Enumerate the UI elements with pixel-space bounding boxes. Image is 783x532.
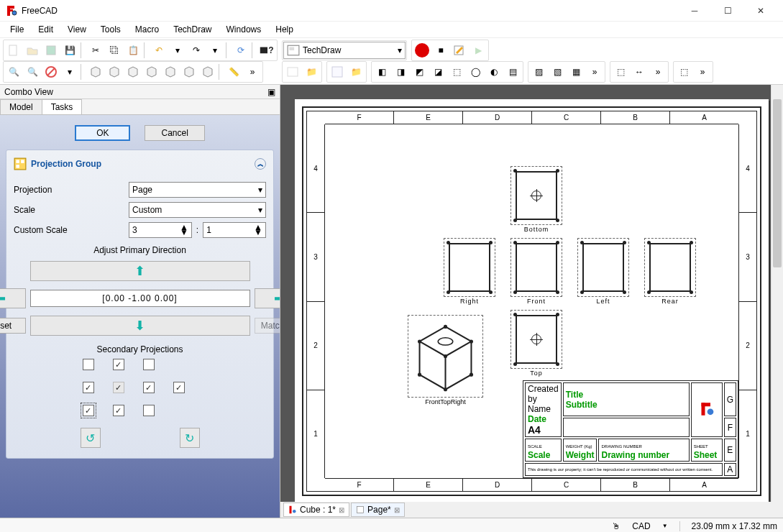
- left-view-icon[interactable]: [198, 63, 217, 81]
- cancel-button[interactable]: Cancel: [145, 125, 204, 141]
- nav-style[interactable]: CAD: [632, 521, 650, 531]
- rotate-cw-button[interactable]: ↻: [180, 428, 200, 448]
- cut-icon[interactable]: ✂: [86, 41, 105, 60]
- open-icon[interactable]: [23, 41, 42, 60]
- scale-select[interactable]: Custom ▾: [129, 202, 266, 218]
- td-dim-2-icon[interactable]: ↔: [630, 63, 649, 81]
- doctab-page[interactable]: Page*⊠: [351, 503, 405, 517]
- dir-down-button[interactable]: ⬇: [30, 316, 250, 336]
- td-hatch-3-icon[interactable]: ▦: [567, 63, 585, 81]
- view-front[interactable]: Front: [510, 238, 562, 297]
- td-tool-5-icon[interactable]: ⬚: [447, 63, 466, 81]
- combo-close-icon[interactable]: ▣: [267, 87, 275, 97]
- proj-check-1-2[interactable]: [143, 382, 155, 393]
- paste-icon[interactable]: 📋: [124, 41, 142, 60]
- minimize-button[interactable]: ─: [678, 0, 711, 22]
- view-right[interactable]: Right: [444, 238, 495, 297]
- menu-tools[interactable]: Tools: [93, 23, 128, 36]
- overflow-4-icon[interactable]: »: [693, 63, 712, 81]
- td-new-page-icon[interactable]: [283, 63, 302, 81]
- td-hatch-2-icon[interactable]: ▧: [548, 63, 567, 81]
- reset-button[interactable]: Reset: [0, 318, 26, 334]
- dir-left-button[interactable]: ⬅: [0, 288, 26, 308]
- menu-file[interactable]: File: [3, 23, 31, 36]
- view-iso[interactable]: FrontTopRight: [408, 315, 483, 398]
- menu-macro[interactable]: Macro: [128, 23, 166, 36]
- proj-check-0-2[interactable]: [143, 359, 155, 370]
- custom-scale-den-spinner[interactable]: 1▲▼: [203, 222, 266, 238]
- rear-view-icon[interactable]: [161, 63, 180, 81]
- menu-view[interactable]: View: [60, 23, 93, 36]
- td-insert-view-icon[interactable]: [328, 63, 347, 81]
- dir-right-button[interactable]: ➡: [255, 288, 280, 308]
- maximize-button[interactable]: ☐: [711, 0, 744, 22]
- td-tool-8-icon[interactable]: ▤: [503, 63, 522, 81]
- menu-help[interactable]: Help: [268, 23, 301, 36]
- custom-scale-num-spinner[interactable]: 3▲▼: [129, 222, 192, 238]
- rotate-ccw-button[interactable]: ↺: [81, 428, 101, 448]
- proj-check-1-0[interactable]: [83, 382, 94, 393]
- whatsthis-icon[interactable]: ⯀?: [257, 41, 276, 60]
- save-icon[interactable]: [42, 41, 60, 60]
- overflow-1-icon[interactable]: »: [243, 63, 262, 81]
- td-folder2-icon[interactable]: 📁: [347, 63, 365, 81]
- close-icon[interactable]: ⊠: [394, 506, 400, 514]
- right-view-icon[interactable]: [142, 63, 161, 81]
- redo-icon[interactable]: ↷: [187, 41, 206, 60]
- refresh-icon[interactable]: ⟳: [232, 41, 250, 60]
- fit-selection-icon[interactable]: 🔍: [23, 63, 42, 81]
- drawstyle-icon[interactable]: [42, 63, 60, 81]
- td-folder-icon[interactable]: 📁: [302, 63, 321, 81]
- td-tool-7-icon[interactable]: ◐: [485, 63, 503, 81]
- top-view-icon[interactable]: [124, 63, 142, 81]
- fit-all-icon[interactable]: 🔍: [4, 63, 23, 81]
- chevron-down-icon[interactable]: ▼: [662, 523, 668, 529]
- proj-check-2-0[interactable]: [83, 405, 94, 416]
- dir-up-button[interactable]: ⬆: [30, 261, 250, 281]
- proj-check-2-2[interactable]: [143, 405, 155, 416]
- new-doc-icon[interactable]: [4, 41, 23, 60]
- view-top[interactable]: Top: [510, 310, 562, 369]
- macro-record-icon[interactable]: [413, 41, 431, 60]
- td-tool-3-icon[interactable]: ◩: [410, 63, 429, 81]
- match3d-button[interactable]: Match 3D: [255, 318, 280, 334]
- overflow-2-icon[interactable]: »: [585, 63, 604, 81]
- undo-icon[interactable]: ↶: [150, 41, 168, 60]
- tab-model[interactable]: Model: [0, 99, 42, 114]
- view-left[interactable]: Left: [577, 238, 629, 297]
- close-icon[interactable]: ⊠: [339, 506, 344, 514]
- copy-icon[interactable]: ⿻: [105, 41, 124, 60]
- td-tool-1-icon[interactable]: ◧: [372, 63, 391, 81]
- drawing-viewport[interactable]: F E D C B A F E D C B A 4 3: [280, 85, 783, 518]
- saveas-icon[interactable]: 💾: [60, 41, 79, 60]
- td-dim-1-icon[interactable]: ⬚: [611, 63, 630, 81]
- undo-dropdown-icon[interactable]: ▾: [168, 41, 187, 60]
- measure-icon[interactable]: 📏: [224, 63, 243, 81]
- view-bottom[interactable]: Bottom: [510, 166, 562, 225]
- workbench-selector[interactable]: TechDraw ▾: [283, 42, 406, 59]
- proj-check-0-0[interactable]: [83, 359, 94, 370]
- v-scrollbar[interactable]: [771, 85, 783, 505]
- ok-button[interactable]: OK: [75, 125, 130, 141]
- tab-tasks[interactable]: Tasks: [42, 99, 83, 114]
- proj-check-1-3[interactable]: [173, 382, 185, 393]
- td-tool-6-icon[interactable]: ◯: [466, 63, 485, 81]
- close-button[interactable]: ✕: [744, 0, 777, 22]
- drawstyle-dropdown-icon[interactable]: ▾: [60, 63, 79, 81]
- mouse-mode-icon[interactable]: 🖱: [612, 521, 621, 531]
- redo-dropdown-icon[interactable]: ▾: [206, 41, 224, 60]
- overflow-3-icon[interactable]: »: [649, 63, 667, 81]
- proj-check-0-1[interactable]: [113, 359, 124, 370]
- menu-edit[interactable]: Edit: [31, 23, 60, 36]
- macro-run-icon[interactable]: ▶: [469, 41, 487, 60]
- collapse-icon[interactable]: ︽: [255, 158, 266, 170]
- doctab-cube[interactable]: Cube : 1*⊠: [283, 503, 349, 517]
- menu-windows[interactable]: Windows: [219, 23, 269, 36]
- front-view-icon[interactable]: [105, 63, 124, 81]
- menu-techdraw[interactable]: TechDraw: [166, 23, 219, 36]
- td-export-icon[interactable]: ⬚: [674, 63, 693, 81]
- projection-select[interactable]: Page ▾: [129, 182, 266, 198]
- iso-view-icon[interactable]: [86, 63, 105, 81]
- view-rear[interactable]: Rear: [644, 238, 696, 297]
- macro-edit-icon[interactable]: [450, 41, 469, 60]
